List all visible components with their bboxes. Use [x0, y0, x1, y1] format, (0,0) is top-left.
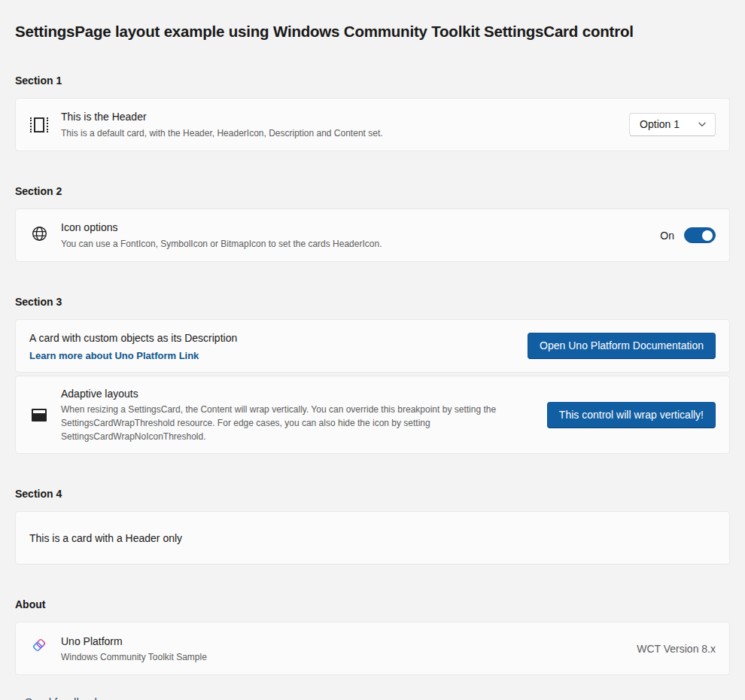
about-heading: About [15, 598, 730, 610]
about-title: Uno Platform [61, 634, 619, 649]
open-documentation-button[interactable]: Open Uno Platform Documentation [528, 333, 716, 359]
section-2-heading: Section 2 [15, 185, 730, 197]
dashed-frame-icon [30, 117, 48, 132]
section-1: Section 1 This is the Header This is a d… [15, 75, 730, 151]
settings-page: SettingsPage layout example using Window… [0, 0, 745, 700]
about-description: Windows Community Toolkit Sample [61, 650, 619, 664]
uno-platform-link[interactable]: Learn more about Uno Platform Link [29, 350, 509, 361]
section-about: About [15, 598, 730, 700]
section-1-heading: Section 1 [15, 75, 730, 87]
icon-options-toggle[interactable] [684, 227, 716, 243]
section-4-heading: Section 4 [15, 488, 730, 500]
card-description: You can use a FontIcon, SymbolIcon or Bi… [61, 237, 642, 251]
card-description: This is a default card, with the Header,… [61, 126, 611, 140]
option-combobox[interactable]: Option 1 [629, 113, 716, 136]
about-card: Uno Platform Windows Community Toolkit S… [15, 622, 730, 675]
send-feedback-link[interactable]: Send feedback [25, 695, 100, 700]
card-header: This is the Header [61, 109, 611, 124]
toggle-knob [702, 230, 713, 241]
page-title: SettingsPage layout example using Window… [15, 23, 730, 41]
settings-card-default: This is the Header This is a default car… [15, 98, 730, 151]
card-header: This is a card with a Header only [29, 531, 716, 546]
card-description: When resizing a SettingsCard, the Conten… [61, 403, 529, 443]
card-header: Icon options [61, 220, 642, 235]
settings-card-icon-options: Icon options You can use a FontIcon, Sym… [15, 208, 730, 262]
section-3-heading: Section 3 [15, 296, 730, 308]
uno-platform-logo [30, 638, 48, 659]
section-3: Section 3 A card with custom objects as … [15, 296, 730, 454]
chevron-down-icon [698, 120, 707, 129]
display-icon [32, 409, 47, 422]
card-header: Adaptive layouts [61, 386, 529, 401]
section-4: Section 4 This is a card with a Header o… [15, 488, 730, 565]
globe-icon [31, 225, 48, 245]
combobox-value: Option 1 [640, 118, 680, 130]
card-header: A card with custom objects as its Descri… [29, 330, 509, 345]
section-2: Section 2 Icon options [15, 185, 730, 262]
settings-card-custom-description: A card with custom objects as its Descri… [15, 319, 730, 373]
toggle-state-label: On [660, 230, 674, 242]
settings-card-header-only: This is a card with a Header only [15, 511, 730, 565]
wct-version-label: WCT Version 8.x [637, 643, 716, 655]
wrap-vertically-button[interactable]: This control will wrap vertically! [547, 402, 716, 428]
settings-card-adaptive-layouts: Adaptive layouts When resizing a Setting… [15, 376, 730, 454]
